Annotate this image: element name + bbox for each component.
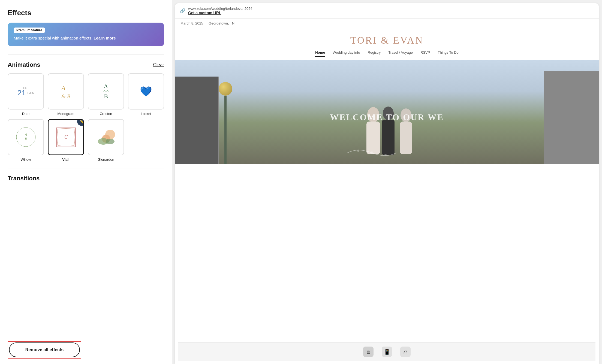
address-url: www.zola.com/wedding/toriandevan2024	[188, 7, 252, 11]
animation-item-date: SEP 21 | 2026 Date	[8, 73, 44, 116]
device-bar: 🖥 📱 🖨	[178, 342, 595, 361]
couple-name: TORI & EVAN	[175, 28, 599, 50]
animation-card-glenarden[interactable]	[88, 119, 124, 155]
animation-card-creston[interactable]: A ✿ ✿ B	[88, 73, 124, 110]
right-panel: 🔗 www.zola.com/wedding/toriandevan2024 G…	[172, 0, 602, 364]
link-icon: 🔗	[180, 8, 185, 13]
animation-label-willow: Willow	[21, 157, 31, 162]
svg-point-8	[106, 139, 115, 144]
mobile-icon[interactable]: 📱	[382, 347, 392, 357]
sphere	[219, 82, 232, 96]
animation-card-viall[interactable]: ✏️ C	[48, 119, 84, 155]
svg-text:B: B	[25, 137, 27, 141]
svg-rect-14	[400, 122, 412, 154]
animation-item-viall: ✏️ C Viall	[48, 119, 84, 162]
remove-btn-outline: Remove all effects	[8, 341, 81, 359]
browser-chrome: 🔗 www.zola.com/wedding/toriandevan2024 G…	[175, 3, 599, 364]
animation-label-locket: Locket	[141, 112, 151, 116]
willow-svg: A B	[15, 126, 37, 148]
building-left	[175, 77, 219, 164]
sphere-tower	[219, 82, 232, 164]
svg-text:C: C	[64, 134, 68, 140]
divider	[8, 54, 164, 55]
svg-point-16	[371, 151, 373, 154]
hero-text: WELCOME TO OUR WE	[330, 112, 444, 122]
address-bar: 🔗 www.zola.com/wedding/toriandevan2024 G…	[175, 3, 599, 19]
animation-card-locket[interactable]: 💙	[128, 73, 164, 110]
svg-point-17	[384, 154, 387, 156]
animation-label-creston: Creston	[100, 112, 112, 116]
svg-text:A: A	[24, 133, 27, 137]
remove-all-effects-button[interactable]: Remove all effects	[9, 342, 80, 357]
animations-title: Animations	[8, 61, 40, 68]
premium-text: Make it extra special with animation eff…	[14, 36, 158, 40]
animation-label-monogram: Monogram	[57, 112, 74, 116]
glenarden-svg	[95, 126, 117, 148]
wedding-content: March 8, 2025 Georgetown, TN TORI & EVAN…	[175, 19, 599, 342]
custom-url-link[interactable]: Get a custom URL	[188, 11, 252, 15]
wedding-location: Georgetown, TN	[209, 21, 234, 25]
svg-point-15	[357, 150, 359, 152]
animation-item-locket: 💙 Locket	[128, 73, 164, 116]
floral-overlay	[345, 145, 399, 161]
animation-card-monogram[interactable]: A & B	[48, 73, 84, 110]
nav-item-things-to-do[interactable]: Things To Do	[438, 50, 458, 57]
viall-svg: C	[55, 126, 77, 148]
panel-title: Effects	[8, 9, 164, 17]
animation-grid-row2: A B Willow ✏️ C Viall	[8, 119, 164, 162]
nav-item-travel[interactable]: Travel / Voyage	[388, 50, 413, 57]
nav-item-registry[interactable]: Registry	[368, 50, 381, 57]
animation-item-monogram: A & B Monogram	[48, 73, 84, 116]
nav-menu: Home Wedding day info Registry Travel / …	[175, 50, 599, 60]
date-location-bar: March 8, 2025 Georgetown, TN	[175, 19, 599, 28]
animations-header: Animations Clear	[8, 61, 164, 68]
nav-item-home[interactable]: Home	[315, 50, 325, 57]
premium-banner: Premium feature Make it extra special wi…	[8, 23, 164, 46]
clear-button[interactable]: Clear	[153, 62, 164, 68]
premium-badge: Premium feature	[14, 28, 45, 33]
remove-btn-wrapper: Remove all effects	[0, 336, 172, 364]
animation-label-viall: Viall	[62, 157, 70, 162]
animation-item-glenarden: Glenarden	[88, 119, 124, 162]
animation-label-date: Date	[22, 112, 29, 116]
learn-more-link[interactable]: Learn more	[94, 36, 116, 40]
animation-item-willow: A B Willow	[8, 119, 44, 162]
wedding-date: March 8, 2025	[180, 21, 203, 25]
animation-item-creston: A ✿ ✿ B Creston	[88, 73, 124, 116]
animation-card-willow[interactable]: A B	[8, 119, 44, 155]
tower-pole	[224, 96, 227, 164]
building-right	[544, 71, 599, 164]
print-icon[interactable]: 🖨	[400, 347, 411, 357]
nav-item-rsvp[interactable]: RSVP	[420, 50, 430, 57]
nav-item-wedding-day[interactable]: Wedding day info	[333, 50, 360, 57]
left-panel: Effects Premium feature Make it extra sp…	[0, 0, 172, 364]
animation-item-empty	[128, 119, 164, 162]
animation-label-glenarden: Glenarden	[98, 157, 114, 162]
desktop-icon[interactable]: 🖥	[363, 347, 374, 357]
transitions-title: Transitions	[8, 175, 164, 182]
hero-image: WELCOME TO OUR WE	[175, 60, 599, 164]
divider2	[8, 168, 164, 168]
edit-badge[interactable]: ✏️	[77, 119, 84, 126]
animation-card-date[interactable]: SEP 21 | 2026	[8, 73, 44, 110]
animation-grid: SEP 21 | 2026 Date A & B Monogram	[8, 73, 164, 116]
